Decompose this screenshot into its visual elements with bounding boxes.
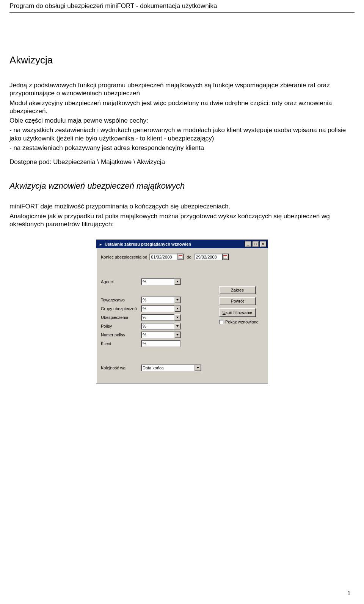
date-from-picker-icon[interactable] [177, 254, 184, 260]
maximize-icon[interactable]: □ [252, 241, 259, 247]
titlebar-text: Ustalanie zakresu przeglądanych wznowień [105, 242, 244, 246]
towarzystwo-combo[interactable]: % [141, 296, 181, 303]
chevron-down-icon[interactable] [195, 364, 201, 371]
numer-polisy-combo-input[interactable]: % [141, 331, 174, 338]
ubezpieczenia-combo-input[interactable]: % [141, 314, 174, 321]
usun-filtrowanie-button[interactable]: Usuń filtrowanie [219, 308, 256, 317]
chevron-down-icon[interactable] [174, 296, 181, 303]
available-path: Dostępne pod: Ubezpieczenia \ Majątkowe … [9, 158, 355, 166]
polisy-combo-input[interactable]: % [141, 323, 174, 330]
numer-polisy-combo[interactable]: % [141, 331, 181, 338]
pokaz-wznowione-checkbox[interactable] [219, 320, 223, 324]
agenci-combo-input[interactable]: % [141, 278, 174, 285]
date-range-row: Koniec ubezpieczenia od 01/02/2008 do 29… [101, 254, 263, 260]
date-to-picker-icon[interactable] [222, 254, 229, 260]
titlebar: ▸ Ustalanie zakresu przeglądanych wznowi… [96, 240, 268, 248]
grupy-combo-input[interactable]: % [141, 305, 174, 312]
header-separator [9, 12, 355, 13]
label-towarzystwo: Towarzystwo [101, 298, 141, 302]
polisy-combo[interactable]: % [141, 323, 181, 330]
page-title: Akwizycja [9, 54, 355, 66]
chevron-down-icon[interactable] [174, 331, 181, 338]
zakres-button-label: akres [234, 288, 244, 292]
label-kolejnosc: Kolejność wg [101, 366, 141, 370]
label-grupy: Grupy ubezpieczeń [101, 306, 141, 311]
date-from-input[interactable]: 01/02/2008 [149, 254, 177, 260]
powrot-button[interactable]: Powrót [219, 297, 256, 305]
zakres-button-accel: Z [231, 288, 234, 292]
date-to-input[interactable]: 29/02/2008 [195, 254, 223, 260]
svg-rect-5 [223, 255, 227, 256]
label-date-to: do [187, 255, 191, 259]
powrot-button-label: owrót [234, 299, 244, 303]
kolejnosc-combo-input[interactable]: Data końca [141, 364, 195, 371]
towarzystwo-combo-input[interactable]: % [141, 296, 174, 303]
label-numer-polisy: Numer polisy [101, 333, 141, 337]
usun-button-accel: U [223, 310, 226, 315]
usun-button-label: suń filtrowanie [226, 310, 252, 315]
label-date-from: Koniec ubezpieczenia od [101, 255, 147, 259]
titlebar-icon: ▸ [98, 242, 103, 247]
pokaz-wznowione-row[interactable]: Pokaz wznowione [219, 320, 259, 324]
close-icon[interactable]: × [260, 241, 267, 247]
klient-input[interactable]: % [141, 340, 180, 347]
intro-para-5: - na zestawieniach pokazywany jest adres… [9, 144, 355, 152]
intro-para-2: Moduł akwizycyjny ubezpieczeń majątkowyc… [9, 99, 355, 115]
intro-para-3: Obie części modułu maja pewne wspólne ce… [9, 117, 355, 125]
dialog-window: ▸ Ustalanie zakresu przeglądanych wznowi… [96, 240, 268, 383]
intro-para-4: - na wszystkich zestawieniach i wydrukac… [9, 126, 355, 142]
section-para-1: miniFORT daje możliwość przypominania o … [9, 202, 355, 210]
doc-header: Program do obsługi ubezpieczeń miniFORT … [9, 0, 355, 11]
label-agenci: Agenci [101, 279, 141, 284]
label-polisy: Polisy [101, 324, 141, 328]
section-para-2: Analogicznie jak w przypadku rat polis m… [9, 212, 355, 229]
zakres-button[interactable]: Zakres [219, 286, 256, 294]
chevron-down-icon[interactable] [174, 305, 181, 312]
grupy-combo[interactable]: % [141, 305, 181, 312]
section-heading: Akwizycja wznowień ubezpieczeń majątkowy… [9, 181, 355, 191]
ubezpieczenia-combo[interactable]: % [141, 314, 181, 321]
label-ubezpieczenia: Ubezpieczenia [101, 315, 141, 320]
minimize-icon[interactable]: _ [245, 241, 251, 247]
label-klient: Klient [101, 341, 141, 346]
kolejnosc-combo[interactable]: Data końca [141, 364, 201, 371]
chevron-down-icon[interactable] [174, 323, 181, 330]
dialog-screenshot: ▸ Ustalanie zakresu przeglądanych wznowi… [9, 240, 355, 383]
intro-para-1: Jedną z podstawowych funkcji programu ub… [9, 81, 355, 98]
agenci-combo[interactable]: % [141, 278, 181, 285]
page-number: 1 [347, 590, 351, 597]
svg-rect-1 [179, 255, 182, 256]
chevron-down-icon[interactable] [174, 278, 181, 285]
chevron-down-icon[interactable] [174, 314, 181, 321]
pokaz-wznowione-label: Pokaz wznowione [225, 320, 259, 324]
